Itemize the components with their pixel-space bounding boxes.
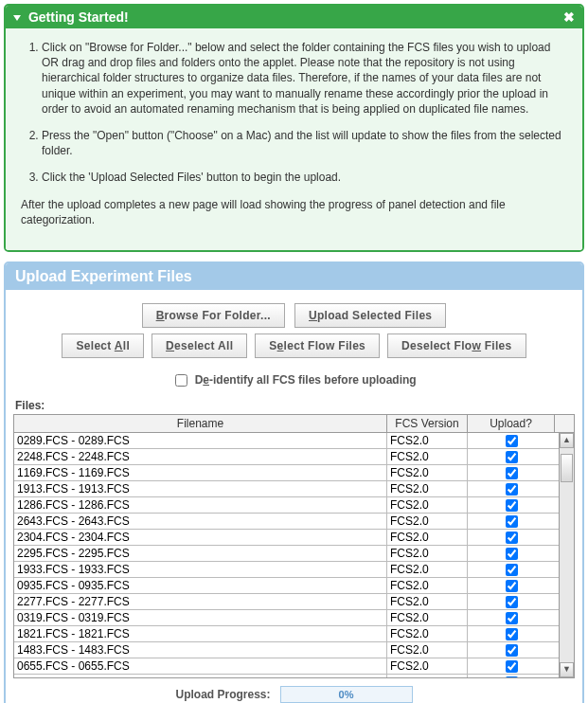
- cell-filename: 1169.FCS - 1169.FCS: [14, 465, 387, 480]
- select-flow-files-button[interactable]: Select Flow Files: [255, 333, 380, 358]
- cell-upload: [468, 465, 555, 480]
- scrollbar-track[interactable]: [560, 448, 574, 662]
- cell-upload: [468, 642, 555, 658]
- upload-checkbox[interactable]: [506, 467, 518, 479]
- cell-version: FCS2.0: [387, 578, 468, 593]
- upload-progress-label: Upload Progress:: [175, 688, 270, 701]
- table-row[interactable]: 0289.FCS - 0289.FCSFCS2.0: [14, 433, 559, 449]
- col-header-scrollbar: [555, 415, 570, 432]
- cell-upload: [468, 675, 555, 677]
- cell-filename: 2295.FCS - 2295.FCS: [14, 546, 387, 561]
- cell-upload: [468, 626, 555, 641]
- scrollbar-down-button[interactable]: ▼: [560, 662, 574, 677]
- upload-panel: Upload Experiment Files Browse For Folde…: [4, 261, 584, 703]
- files-label: Files:: [15, 399, 575, 412]
- upload-checkbox[interactable]: [506, 499, 518, 512]
- cell-filename: 1821.FCS - 1821.FCS: [14, 626, 387, 641]
- cell-upload: [468, 514, 555, 529]
- upload-panel-body: Browse For Folder... Upload Selected Fil…: [6, 290, 582, 703]
- cell-upload: [468, 562, 555, 577]
- cell-version: FCS2.0: [387, 610, 468, 625]
- upload-checkbox[interactable]: [506, 435, 518, 447]
- cell-filename: 1286.FCS - 1286.FCS: [14, 497, 387, 513]
- upload-checkbox[interactable]: [506, 628, 518, 640]
- upload-selected-files-button[interactable]: Upload Selected Files: [294, 303, 446, 328]
- cell-filename: 0655.FCS - 0655.FCS: [14, 658, 387, 674]
- upload-checkbox[interactable]: [506, 596, 518, 608]
- cell-upload: [468, 530, 555, 545]
- table-body-scroll: 0289.FCS - 0289.FCSFCS2.02248.FCS - 2248…: [14, 433, 574, 677]
- upload-checkbox[interactable]: [506, 532, 518, 544]
- upload-checkbox[interactable]: [506, 564, 518, 576]
- step-2: Press the "Open" button ("Choose" on a M…: [42, 128, 567, 158]
- cell-version: FCS2.0: [387, 530, 468, 545]
- scrollbar-up-button[interactable]: ▲: [560, 433, 574, 448]
- getting-started-panel: Getting Started! ✖ Click on "Browse for …: [4, 4, 584, 252]
- table-row[interactable]: 0319.FCS - 0319.FCSFCS2.0: [14, 610, 559, 626]
- upload-checkbox[interactable]: [506, 451, 518, 463]
- cell-upload: [468, 497, 555, 513]
- table-row[interactable]: 1483.FCS - 1483.FCSFCS2.0: [14, 642, 559, 658]
- select-all-button[interactable]: Select All: [62, 333, 144, 358]
- deselect-flow-files-button[interactable]: Deselect Flow Files: [387, 333, 526, 358]
- table-row[interactable]: 2277.FCS - 2277.FCSFCS2.0: [14, 594, 559, 610]
- table-row[interactable]: 1169.FCS - 1169.FCSFCS2.0: [14, 465, 559, 481]
- upload-checkbox[interactable]: [506, 676, 518, 677]
- cell-version: FCS2.0: [387, 449, 468, 464]
- upload-checkbox[interactable]: [506, 660, 518, 673]
- upload-checkbox[interactable]: [506, 483, 518, 496]
- cell-upload: [468, 481, 555, 496]
- files-table: Filename FCS Version Upload? 0289.FCS - …: [13, 414, 575, 678]
- cell-version: FCS2.0: [387, 546, 468, 561]
- upload-checkbox[interactable]: [506, 515, 518, 528]
- table-row[interactable]: 1933.FCS - 1933.FCSFCS2.0: [14, 562, 559, 578]
- table-row[interactable]: 1821.FCS - 1821.FCSFCS2.0: [14, 626, 559, 642]
- browse-for-folder-button[interactable]: Browse For Folder...: [142, 303, 285, 328]
- getting-started-body: Click on "Browse for Folder..." below an…: [6, 28, 582, 250]
- table-row[interactable]: 2643.FCS - 2643.FCSFCS2.0: [14, 514, 559, 530]
- upload-checkbox[interactable]: [506, 580, 518, 592]
- deidentify-checkbox[interactable]: [175, 374, 187, 387]
- table-row[interactable]: 2248.FCS - 2248.FCSFCS2.0: [14, 449, 559, 465]
- cell-version: FCS2.0: [387, 642, 468, 658]
- upload-checkbox[interactable]: [506, 612, 518, 624]
- table-row[interactable]: 2304.FCS - 2304.FCSFCS2.0: [14, 530, 559, 546]
- table-row[interactable]: 1286.FCS - 1286.FCSFCS2.0: [14, 497, 559, 514]
- table-row[interactable]: 0935.FCS - 0935.FCSFCS2.0: [14, 578, 559, 594]
- deidentify-label[interactable]: De-identify all FCS files before uploadi…: [195, 373, 417, 387]
- table-row[interactable]: 2722.FCS - 2722.FCSFCS2.0: [14, 675, 559, 677]
- cell-upload: [468, 433, 555, 448]
- cell-filename: 2643.FCS - 2643.FCS: [14, 514, 387, 529]
- scrollbar-thumb[interactable]: [561, 454, 573, 482]
- cell-version: FCS2.0: [387, 675, 468, 677]
- getting-started-header[interactable]: Getting Started! ✖: [6, 6, 582, 28]
- getting-started-steps: Click on "Browse for Folder..." below an…: [21, 40, 567, 186]
- table-row[interactable]: 0655.FCS - 0655.FCSFCS2.0: [14, 658, 559, 675]
- close-icon[interactable]: ✖: [563, 9, 575, 25]
- deselect-all-button[interactable]: Deselect All: [151, 333, 247, 358]
- upload-progress-row: Upload Progress: 0%: [13, 686, 575, 703]
- primary-button-row: Browse For Folder... Upload Selected Fil…: [13, 303, 575, 328]
- upload-checkbox[interactable]: [506, 548, 518, 560]
- cell-version: FCS2.0: [387, 626, 468, 641]
- upload-checkbox[interactable]: [506, 644, 518, 657]
- upload-progress-value: 0%: [339, 689, 354, 700]
- cell-version: FCS2.0: [387, 433, 468, 448]
- upload-progress-bar: 0%: [280, 686, 413, 703]
- table-row[interactable]: 1913.FCS - 1913.FCSFCS2.0: [14, 481, 559, 497]
- cell-version: FCS2.0: [387, 594, 468, 609]
- table-row[interactable]: 2295.FCS - 2295.FCSFCS2.0: [14, 546, 559, 562]
- cell-upload: [468, 449, 555, 464]
- cell-version: FCS2.0: [387, 514, 468, 529]
- col-header-version[interactable]: FCS Version: [387, 415, 468, 432]
- vertical-scrollbar[interactable]: ▲ ▼: [559, 433, 574, 677]
- col-header-filename[interactable]: Filename: [14, 415, 387, 432]
- cell-filename: 0935.FCS - 0935.FCS: [14, 578, 387, 593]
- col-header-upload[interactable]: Upload?: [468, 415, 555, 432]
- cell-version: FCS2.0: [387, 465, 468, 480]
- cell-upload: [468, 594, 555, 609]
- getting-started-footer: After the upload completes a new page wi…: [21, 197, 567, 227]
- cell-version: FCS2.0: [387, 658, 468, 674]
- getting-started-title: Getting Started!: [28, 9, 129, 25]
- table-header-row: Filename FCS Version Upload?: [14, 415, 574, 433]
